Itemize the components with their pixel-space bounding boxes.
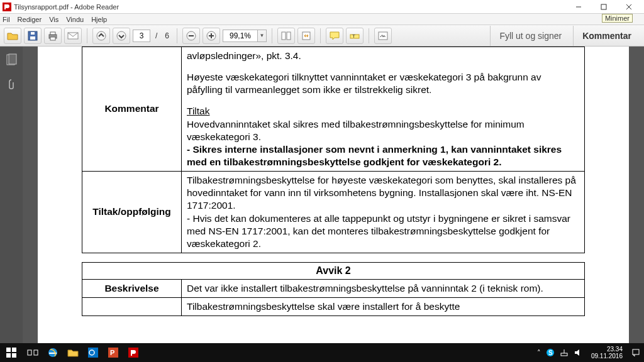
svg-text:T: T [352, 33, 355, 39]
row4-body: Tilbakestrømningsbeskyttelse skal være i… [182, 298, 585, 316]
menu-file[interactable]: Fil [3, 16, 10, 23]
save-button[interactable] [24, 28, 42, 44]
start-button[interactable] [0, 343, 23, 362]
clock-time: 23.34 [591, 346, 623, 353]
toolbar: / 6 ▼ T Fyll ut og signer Kommentar [0, 25, 644, 47]
clock[interactable]: 23.34 09.11.2016 [587, 346, 626, 359]
comment-panel-button[interactable]: Kommentar [573, 26, 640, 46]
row-beskrivelse-label: Beskrivelse [82, 279, 182, 297]
attachments-panel-icon[interactable] [4, 78, 18, 92]
svg-rect-20 [287, 32, 291, 40]
work-area: Kommentar avløpsledninger», pkt. 3.4. Hø… [0, 47, 644, 343]
toolbar-separator [369, 28, 369, 43]
ie-icon[interactable] [43, 343, 63, 362]
taskview-icon[interactable] [23, 343, 43, 362]
menu-window[interactable]: Vindu [66, 16, 84, 23]
svg-rect-19 [282, 32, 286, 40]
maximize-button[interactable] [591, 1, 616, 13]
kommentar-line3: Hovedvanninntaket skal sikres med tilbak… [187, 118, 579, 143]
comment-bubble-button[interactable] [326, 28, 343, 44]
pdf-page: Kommentar avløpsledninger», pkt. 3.4. Hø… [38, 47, 629, 343]
page-number-input[interactable] [133, 30, 150, 42]
svg-point-12 [97, 31, 106, 40]
menu-help[interactable]: Hjelp [91, 16, 107, 23]
avvik2-header: Avvik 2 [82, 262, 585, 279]
page-total: 6 [165, 31, 169, 40]
highlight-button[interactable]: T [346, 28, 364, 44]
adobe-reader-icon [3, 3, 11, 11]
menu-edit[interactable]: Rediger [18, 16, 42, 23]
svg-rect-27 [6, 348, 11, 352]
toolbar-separator [87, 28, 87, 43]
kommentar-line2: Høyeste væskekategori tilknyttet vanninn… [187, 71, 579, 96]
powerpoint-icon[interactable]: P [103, 343, 123, 362]
svg-rect-7 [31, 32, 35, 35]
window-title: Tilsynsrapport.pdf - Adobe Reader [14, 3, 566, 11]
zoom-input[interactable] [223, 30, 258, 42]
svg-rect-30 [12, 353, 16, 358]
adobe-reader-taskbar-icon[interactable] [123, 343, 143, 362]
page-down-button[interactable] [113, 28, 130, 44]
row4-label [82, 298, 182, 316]
svg-point-13 [117, 31, 126, 40]
toolbar-separator [272, 28, 272, 43]
menu-view[interactable]: Vis [49, 16, 58, 23]
zoom-in-button[interactable] [203, 28, 220, 44]
svg-rect-10 [50, 37, 55, 40]
minimize-button[interactable] [566, 1, 591, 13]
page-separator: / [155, 31, 157, 40]
zoom-dropdown[interactable]: ▼ [258, 30, 267, 42]
row-tiltak-body: Tilbakestrømningsbeskyttelse for høyeste… [182, 172, 585, 253]
svg-rect-2 [601, 4, 606, 9]
fit-page-button[interactable] [277, 28, 295, 44]
toolbar-separator [320, 28, 321, 43]
skype-icon[interactable]: S [546, 348, 555, 357]
svg-rect-9 [50, 32, 55, 35]
fill-and-sign-panel-button[interactable]: Fyll ut og signer [490, 26, 570, 46]
row-tiltak-label: Tiltak/oppfølging [82, 172, 182, 253]
close-button[interactable] [616, 1, 641, 13]
volume-icon[interactable] [574, 348, 582, 357]
taskbar: P ˄ S 23.34 09.11.2016 [0, 343, 644, 362]
kommentar-line4: - Sikres interne installasjoner som nevn… [187, 143, 579, 168]
document-viewport[interactable]: Kommentar avløpsledninger», pkt. 3.4. Hø… [23, 47, 644, 343]
tray-chevron-icon[interactable]: ˄ [537, 349, 541, 357]
email-button[interactable] [64, 28, 82, 44]
toolbar-separator [177, 28, 177, 43]
tiltak-heading: Tiltak [187, 105, 579, 118]
svg-rect-43 [633, 349, 639, 354]
row-beskrivelse-body: Det var ikke installert tilbakestrømning… [182, 279, 585, 297]
row-kommentar-label: Kommentar [82, 47, 182, 172]
notification-icon[interactable] [631, 348, 640, 357]
kommentar-line1: avløpsledninger», pkt. 3.4. [187, 50, 579, 62]
svg-rect-28 [12, 348, 16, 352]
outlook-icon[interactable] [83, 343, 103, 362]
svg-rect-31 [28, 350, 31, 355]
fit-width-button[interactable] [297, 28, 315, 44]
system-tray: ˄ S 23.34 09.11.2016 [537, 346, 644, 359]
pages-panel-icon[interactable] [4, 53, 18, 67]
file-explorer-icon[interactable] [63, 343, 83, 362]
menu-bar: Fil Rediger Vis Vindu Hjelp Minimer [0, 14, 644, 25]
minimize-tooltip: Minimer [602, 14, 633, 23]
svg-rect-26 [9, 54, 16, 64]
svg-rect-6 [30, 36, 35, 40]
zoom-out-button[interactable] [182, 28, 200, 44]
svg-rect-32 [34, 350, 38, 355]
svg-rect-41 [561, 353, 567, 356]
network-icon[interactable] [560, 348, 569, 357]
zoom-input-wrap[interactable]: ▼ [223, 30, 267, 42]
svg-text:S: S [548, 349, 553, 356]
open-button[interactable] [4, 28, 21, 44]
clock-date: 09.11.2016 [591, 353, 623, 359]
svg-rect-29 [6, 353, 11, 358]
title-bar: Tilsynsrapport.pdf - Adobe Reader [0, 0, 644, 14]
page-up-button[interactable] [92, 28, 110, 44]
left-sidebar [0, 47, 23, 343]
print-button[interactable] [44, 28, 62, 44]
row-kommentar-body: avløpsledninger», pkt. 3.4. Høyeste væsk… [182, 47, 585, 172]
svg-text:P: P [110, 349, 114, 356]
sign-button[interactable] [374, 28, 392, 44]
